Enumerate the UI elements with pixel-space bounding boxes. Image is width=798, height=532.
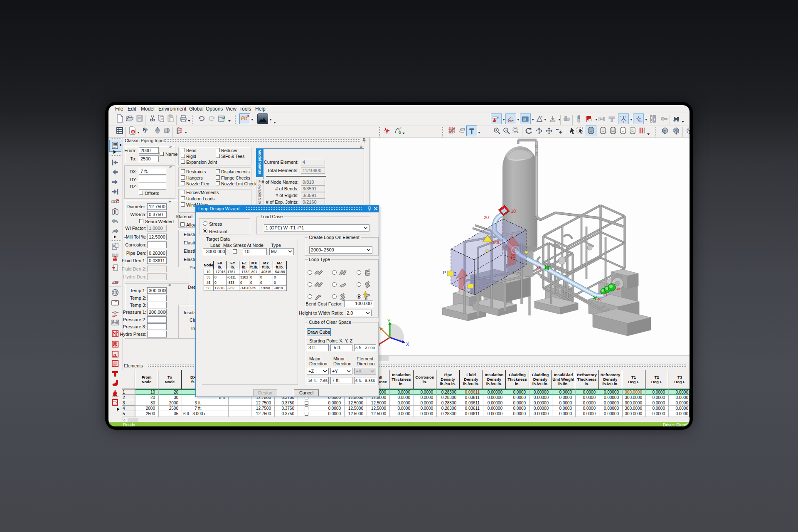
svg-text:10+: 10+ — [112, 314, 117, 317]
svg-text:y: y — [625, 115, 626, 118]
svg-text:x: x — [620, 115, 621, 118]
svg-text:35: 35 — [536, 265, 541, 270]
svg-text:2: 2 — [454, 271, 456, 276]
svg-text:Y: Y — [387, 318, 391, 323]
svg-text:10: 10 — [511, 209, 516, 214]
svg-text:z: z — [623, 121, 624, 123]
svg-text:P: P — [443, 270, 446, 275]
svg-text:X: X — [406, 342, 409, 347]
svg-text:20: 20 — [484, 215, 489, 220]
svg-text:2000: 2000 — [490, 240, 500, 245]
svg-text:40: 40 — [597, 297, 601, 301]
svg-text:25: 25 — [510, 254, 515, 259]
svg-text:10: 10 — [639, 120, 642, 123]
svg-text:38: 38 — [616, 287, 620, 291]
svg-text:a: a — [113, 352, 116, 357]
svg-text:45: 45 — [603, 293, 608, 297]
